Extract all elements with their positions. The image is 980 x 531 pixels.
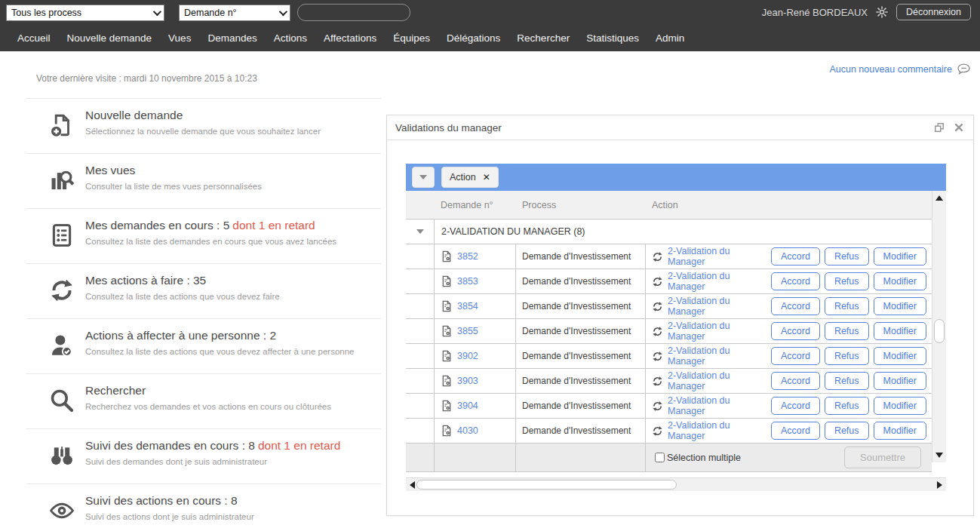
- document-gear-icon: [441, 250, 453, 262]
- scroll-left-arrow[interactable]: [410, 481, 415, 489]
- logout-button[interactable]: Déconnexion: [896, 4, 971, 20]
- sync-icon: [652, 401, 663, 412]
- action-link[interactable]: 2-Validation du Manager: [668, 370, 766, 391]
- nav-item[interactable]: Admin: [647, 32, 693, 44]
- user-name: Jean-René BORDEAUX: [762, 7, 868, 18]
- nav-item[interactable]: Délégations: [438, 32, 508, 44]
- menu-item[interactable]: Suivi des actions en cours : 8 Suivi des…: [26, 483, 381, 531]
- search-type-select[interactable]: Demande n°: [179, 5, 290, 21]
- table-header: Demande n° Process Action: [406, 191, 932, 219]
- nav-item[interactable]: Rechercher: [508, 32, 578, 44]
- group-row: 2-VALIDATION DU MANAGER (8): [406, 219, 932, 244]
- multi-select-checkbox[interactable]: [655, 453, 665, 462]
- refus-button[interactable]: Refus: [825, 322, 869, 340]
- accord-button[interactable]: Accord: [771, 247, 820, 266]
- refus-button[interactable]: Refus: [825, 347, 869, 365]
- table-row: 3852 Demande d'Investissement 2-Validati…: [406, 244, 932, 269]
- menu-item[interactable]: Mes vues Consulter la liste de mes vues …: [26, 153, 381, 208]
- demande-number-link[interactable]: 3903: [457, 376, 478, 386]
- horizontal-scrollbar[interactable]: [406, 477, 946, 491]
- action-link[interactable]: 2-Validation du Manager: [668, 420, 766, 441]
- process-select-value: Tous les process: [11, 8, 81, 18]
- action-link[interactable]: 2-Validation du Manager: [668, 296, 766, 317]
- refus-button[interactable]: Refus: [825, 422, 869, 440]
- demande-number-link[interactable]: 3904: [457, 401, 478, 411]
- scroll-right-arrow[interactable]: [937, 481, 942, 489]
- vertical-scroll-thumb[interactable]: [934, 319, 945, 343]
- close-icon[interactable]: [954, 122, 964, 133]
- modifier-button[interactable]: Modifier: [874, 422, 926, 440]
- menu-item[interactable]: Suivi des demandes en cours : 8dont 1 en…: [26, 428, 381, 483]
- nav-item[interactable]: Nouvelle demande: [59, 32, 161, 44]
- filter-chip-label: Action: [450, 172, 476, 183]
- modifier-button[interactable]: Modifier: [874, 372, 926, 390]
- comment-bubble-icon: [957, 62, 971, 76]
- horizontal-scroll-thumb[interactable]: [416, 480, 677, 490]
- remove-filter-icon[interactable]: ✕: [483, 173, 490, 182]
- demande-number-link[interactable]: 3852: [457, 251, 478, 262]
- accord-button[interactable]: Accord: [771, 297, 820, 315]
- menu-item[interactable]: Nouvelle demande Sélectionnez la nouvell…: [26, 98, 381, 153]
- chevron-down-icon: [416, 229, 424, 234]
- modifier-button[interactable]: Modifier: [874, 397, 926, 415]
- filter-chip-action[interactable]: Action ✕: [441, 167, 499, 188]
- row-process-cell: Demande d'Investissement: [516, 369, 646, 393]
- menu-item[interactable]: Mes actions à faire : 35 Consultez la li…: [26, 263, 381, 318]
- action-link[interactable]: 2-Validation du Manager: [668, 246, 766, 267]
- vertical-scrollbar[interactable]: [932, 191, 946, 462]
- menu-item-icon: [48, 221, 76, 250]
- accord-button[interactable]: Accord: [771, 272, 820, 290]
- demande-number-link[interactable]: 3854: [457, 301, 478, 312]
- accord-button[interactable]: Accord: [771, 322, 820, 340]
- modifier-button[interactable]: Modifier: [874, 272, 926, 290]
- table-row: 4030 Demande d'Investissement 2-Validati…: [406, 419, 932, 444]
- modifier-button[interactable]: Modifier: [874, 247, 926, 266]
- refus-button[interactable]: Refus: [825, 372, 869, 390]
- action-link[interactable]: 2-Validation du Manager: [668, 395, 766, 416]
- accord-button[interactable]: Accord: [771, 422, 820, 440]
- modifier-button[interactable]: Modifier: [874, 322, 926, 340]
- refus-button[interactable]: Refus: [825, 272, 869, 290]
- chevron-down-icon: [279, 8, 287, 16]
- menu-item[interactable]: Actions à affecter à une personne : 2 Co…: [26, 318, 381, 373]
- refus-button[interactable]: Refus: [825, 247, 869, 266]
- nav-item[interactable]: Actions: [266, 32, 315, 44]
- submit-button[interactable]: Soumettre: [844, 447, 921, 468]
- nav-item[interactable]: Équipes: [385, 32, 438, 44]
- demande-number-link[interactable]: 3855: [457, 326, 478, 336]
- menu-item-icon: [48, 496, 76, 525]
- accord-button[interactable]: Accord: [771, 347, 820, 365]
- modifier-button[interactable]: Modifier: [874, 297, 926, 315]
- nav-item[interactable]: Statistiques: [578, 32, 647, 44]
- demande-number-link[interactable]: 4030: [457, 425, 478, 436]
- document-gear-icon: [441, 425, 453, 437]
- popout-icon[interactable]: [934, 122, 945, 133]
- group-collapse-button[interactable]: [406, 219, 435, 244]
- menu-item[interactable]: Mes demandes en cours : 5dont 1 en retar…: [26, 208, 381, 263]
- row-buttons: Accord Refus Modifier: [771, 272, 932, 290]
- accord-button[interactable]: Accord: [771, 397, 820, 415]
- scroll-up-arrow[interactable]: [935, 195, 943, 201]
- demande-number-link[interactable]: 3902: [457, 351, 478, 361]
- gear-icon[interactable]: [875, 5, 889, 19]
- nav-item[interactable]: Affectations: [315, 32, 385, 44]
- nav-item[interactable]: Accueil: [9, 32, 59, 44]
- modifier-button[interactable]: Modifier: [874, 347, 926, 365]
- menu-item[interactable]: Rechercher Recherchez vos demandes et vo…: [26, 373, 381, 428]
- nav-item[interactable]: Demandes: [199, 32, 265, 44]
- demande-number-link[interactable]: 3853: [457, 276, 478, 287]
- search-input[interactable]: [297, 4, 410, 21]
- comments-link[interactable]: Aucun nouveau commentaire: [829, 62, 971, 76]
- refus-button[interactable]: Refus: [825, 297, 869, 315]
- action-link[interactable]: 2-Validation du Manager: [668, 321, 766, 342]
- process-select[interactable]: Tous les process: [6, 5, 164, 21]
- accord-button[interactable]: Accord: [771, 372, 820, 390]
- nav-item[interactable]: Vues: [160, 32, 199, 44]
- action-link[interactable]: 2-Validation du Manager: [668, 271, 766, 292]
- filter-dropdown-button[interactable]: [412, 167, 435, 188]
- menu-item-text: Nouvelle demande Sélectionnez la nouvell…: [85, 109, 381, 136]
- document-gear-icon: [441, 375, 453, 387]
- action-link[interactable]: 2-Validation du Manager: [668, 345, 766, 367]
- refus-button[interactable]: Refus: [825, 397, 869, 415]
- scroll-down-arrow[interactable]: [935, 453, 943, 458]
